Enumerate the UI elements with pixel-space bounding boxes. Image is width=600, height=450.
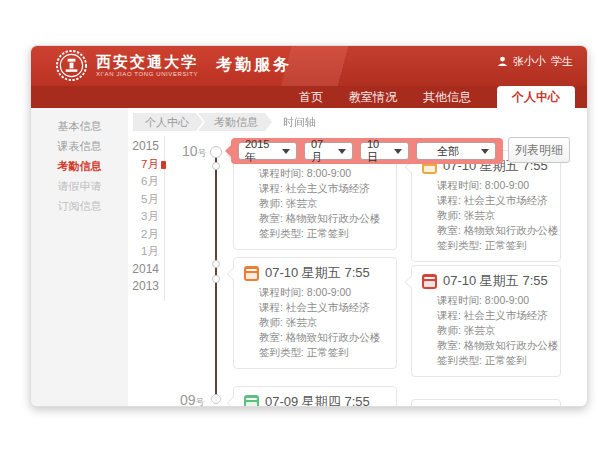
calendar-icon bbox=[422, 274, 437, 289]
app-window: 西安交通大学 XI'AN JIAO TONG UNIVERSITY 考勤服务 张… bbox=[30, 45, 588, 407]
attendance-card: 07-10 星期五 7:55 课程时间: 8:00-9:00 课程: 社会主义市… bbox=[233, 257, 397, 369]
day-unit: 号 bbox=[196, 397, 205, 407]
classroom: 教室: 格物致知行政办公楼 bbox=[437, 223, 552, 238]
timeline-nav-month-7[interactable]: 7月 bbox=[87, 156, 159, 174]
course-name: 课程: 社会主义市场经济 bbox=[259, 300, 388, 315]
course-time: 课程时间: 8:00-9:00 bbox=[437, 293, 552, 308]
year-dropdown[interactable]: 2015年 bbox=[238, 142, 297, 160]
chevron-down-icon bbox=[282, 149, 290, 158]
card-date: 07-09 星期四 7:55 bbox=[265, 393, 370, 407]
timeline-node bbox=[211, 394, 221, 404]
signin-type: 签到类型: 正常签到 bbox=[259, 345, 388, 360]
card-date: 07-10 星期五 7:55 bbox=[265, 264, 370, 282]
course-name: 课程: 社会主义市场经济 bbox=[259, 181, 388, 196]
filter-bar: 2015年 07月 10日 全部 bbox=[231, 138, 503, 164]
breadcrumb-attendance-info[interactable]: 考勤信息 bbox=[198, 113, 272, 131]
card-date: 07-10 星期五 7:55 bbox=[443, 272, 548, 290]
signin-type: 签到类型: 正常签到 bbox=[437, 238, 552, 253]
card-fields: 课程时间: 8:00-9:00 课程: 社会主义市场经济 教师: 张芸京 教室:… bbox=[437, 293, 552, 368]
timeline-nav-month-3[interactable]: 3月 bbox=[87, 208, 159, 226]
signin-type: 签到类型: 正常签到 bbox=[437, 353, 552, 368]
tab-other-info[interactable]: 其他信息 bbox=[423, 86, 471, 108]
chevron-down-icon bbox=[394, 149, 402, 158]
timeline-node bbox=[212, 275, 220, 283]
list-detail-button[interactable]: 列表明细 bbox=[508, 137, 570, 163]
attendance-card: 07-10 星期五 7:55 课程时间: 8:00-9:00 课程: 社会主义市… bbox=[411, 265, 561, 377]
breadcrumb: 个人中心 考勤信息 时间轴 bbox=[133, 113, 330, 131]
timeline-nav-year-2015[interactable]: 2015 bbox=[87, 138, 159, 156]
classroom: 教室: 格物致知行政办公楼 bbox=[259, 330, 388, 345]
card-header: 07-10 星期五 7:55 bbox=[244, 264, 388, 282]
teacher-name: 教师: 张芸京 bbox=[259, 315, 388, 330]
month-dropdown-value: 07月 bbox=[311, 138, 334, 165]
scope-dropdown[interactable]: 全部 bbox=[416, 142, 496, 160]
attendance-card: 07-10 星期五 7:55 课程时间: 8:00-9:00 课程: 社会主义市… bbox=[411, 150, 561, 262]
card-header: 07-09 星期四 7:55 bbox=[244, 393, 388, 407]
attendance-card-partial bbox=[411, 399, 561, 407]
user-role: 学生 bbox=[551, 54, 573, 69]
day-unit: 号 bbox=[198, 148, 207, 158]
university-name: 西安交通大学 XI'AN JIAO TONG UNIVERSITY bbox=[96, 54, 198, 78]
month-dropdown[interactable]: 07月 bbox=[304, 142, 353, 160]
classroom: 教室: 格物致知行政办公楼 bbox=[437, 338, 552, 353]
course-time: 课程时间: 8:00-9:00 bbox=[259, 285, 388, 300]
day-label-09: 09号 bbox=[180, 391, 205, 407]
timeline-nav-month-6[interactable]: 6月 bbox=[87, 173, 159, 191]
teacher-name: 教师: 张芸京 bbox=[259, 196, 388, 211]
user-info[interactable]: 张小小 学生 bbox=[497, 54, 573, 69]
user-name: 张小小 bbox=[513, 54, 546, 69]
tab-home[interactable]: 首页 bbox=[299, 86, 323, 108]
timeline-node bbox=[212, 260, 220, 268]
app-title: 考勤服务 bbox=[216, 55, 292, 76]
attendance-card: 07-09 星期四 7:55 课程时间: 8:00-9:00 课程: 社会主义市… bbox=[233, 386, 397, 407]
breadcrumb-personal-center[interactable]: 个人中心 bbox=[133, 113, 203, 131]
course-time: 课程时间: 8:00-9:00 bbox=[437, 178, 552, 193]
timeline-year-nav: 2015 7月 6月 5月 3月 2月 1月 2014 2013 bbox=[87, 138, 159, 296]
card-fields: 课程时间: 8:00-9:00 课程: 社会主义市场经济 教师: 张芸京 教室:… bbox=[259, 166, 388, 241]
chevron-down-icon bbox=[338, 149, 346, 158]
tab-classroom-status[interactable]: 教室情况 bbox=[349, 86, 397, 108]
calendar-icon bbox=[244, 395, 259, 408]
course-name: 课程: 社会主义市场经济 bbox=[437, 193, 552, 208]
calendar-icon bbox=[244, 266, 259, 281]
day-number: 09 bbox=[180, 392, 196, 407]
day-dropdown[interactable]: 10日 bbox=[360, 142, 409, 160]
timeline-node bbox=[210, 146, 222, 158]
brand: 西安交通大学 XI'AN JIAO TONG UNIVERSITY 考勤服务 bbox=[55, 49, 292, 82]
year-dropdown-value: 2015年 bbox=[245, 138, 278, 165]
page-background: 西安交通大学 XI'AN JIAO TONG UNIVERSITY 考勤服务 张… bbox=[0, 0, 600, 450]
teacher-name: 教师: 张芸京 bbox=[437, 208, 552, 223]
day-dropdown-value: 10日 bbox=[367, 138, 390, 165]
timeline-node bbox=[212, 162, 220, 170]
card-fields: 课程时间: 8:00-9:00 课程: 社会主义市场经济 教师: 张芸京 教室:… bbox=[437, 178, 552, 253]
day-number: 10 bbox=[182, 143, 198, 159]
timeline-nav-year-2013[interactable]: 2013 bbox=[87, 278, 159, 296]
chevron-down-icon bbox=[481, 149, 489, 158]
course-time: 课程时间: 8:00-9:00 bbox=[259, 166, 388, 181]
timeline-nav-month-5[interactable]: 5月 bbox=[87, 191, 159, 209]
sidebar-item-basic-info[interactable]: 基本信息 bbox=[31, 116, 128, 136]
person-icon bbox=[497, 56, 508, 67]
card-fields: 课程时间: 8:00-9:00 课程: 社会主义市场经济 教师: 张芸京 教室:… bbox=[259, 285, 388, 360]
scope-dropdown-value: 全部 bbox=[437, 144, 459, 159]
university-name-zh: 西安交通大学 bbox=[96, 54, 198, 70]
active-month-marker bbox=[161, 161, 166, 169]
breadcrumb-timeline[interactable]: 时间轴 bbox=[267, 113, 330, 131]
card-header: 07-10 星期五 7:55 bbox=[422, 272, 552, 290]
timeline-nav-month-1[interactable]: 1月 bbox=[87, 243, 159, 261]
tab-personal-center[interactable]: 个人中心 bbox=[497, 86, 575, 108]
day-label-10: 10号 bbox=[182, 142, 207, 160]
university-name-en: XI'AN JIAO TONG UNIVERSITY bbox=[96, 70, 198, 78]
app-header: 西安交通大学 XI'AN JIAO TONG UNIVERSITY 考勤服务 张… bbox=[31, 46, 587, 86]
timeline-nav-year-2014[interactable]: 2014 bbox=[87, 261, 159, 279]
course-name: 课程: 社会主义市场经济 bbox=[437, 308, 552, 323]
university-logo-icon bbox=[55, 49, 88, 82]
signin-type: 签到类型: 正常签到 bbox=[259, 226, 388, 241]
teacher-name: 教师: 张芸京 bbox=[437, 323, 552, 338]
main-nav: 首页 教室情况 其他信息 个人中心 bbox=[31, 86, 587, 108]
timeline-nav-month-2[interactable]: 2月 bbox=[87, 226, 159, 244]
classroom: 教室: 格物致知行政办公楼 bbox=[259, 211, 388, 226]
